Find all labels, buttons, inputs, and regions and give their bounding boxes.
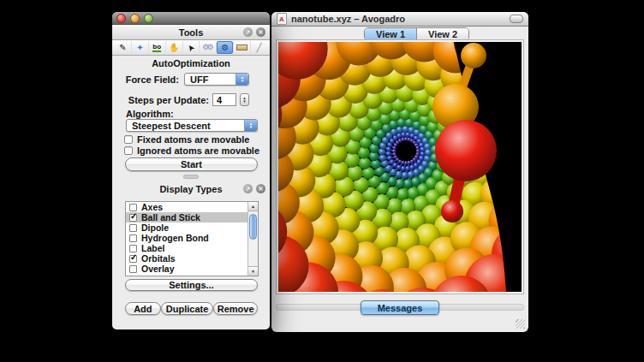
force-field-label: Force Field: (126, 74, 179, 85)
tools-window: Tools ↗ ✕ ✎✦bo✋➤⚙⚙⚙╱ AutoOptimization Fo… (112, 12, 270, 329)
popup-arrows-icon: ▲▼ (244, 120, 257, 131)
steps-stepper[interactable]: ▲▼ (240, 93, 249, 106)
auto-optimize-tool-icon: ⚙ (221, 44, 229, 52)
scrollbar-thumb[interactable] (249, 214, 257, 240)
force-field-select[interactable]: UFF ▲▼ (184, 73, 249, 86)
toolbar-toggle-button[interactable] (510, 15, 523, 23)
steps-per-update-input[interactable]: 4 (212, 93, 236, 106)
settings-button[interactable]: Settings... (125, 279, 258, 291)
bond-centric-tool[interactable]: bo (148, 41, 165, 54)
display-type-row[interactable]: Label (126, 243, 248, 253)
display-type-row[interactable]: ✓Ball and Stick (126, 212, 248, 223)
z-matrix-tool[interactable]: ╱ (250, 41, 267, 54)
resize-grip-icon[interactable] (516, 319, 525, 329)
display-type-checkbox[interactable] (129, 234, 137, 242)
float-panel-icon[interactable]: ↗ (243, 27, 253, 37)
navigate-tool-icon: ✦ (136, 44, 143, 52)
display-type-label: Axes (141, 202, 163, 212)
display-type-checkbox[interactable] (129, 204, 137, 211)
window-title: nanotube.xyz – Avogadro (291, 14, 405, 24)
close-panel-icon[interactable]: ✕ (256, 27, 265, 37)
display-types-header: Display Types ↗ ✕ (112, 182, 270, 196)
force-field-value: UFF (190, 74, 208, 85)
view-tabs: View 1View 2 (364, 27, 469, 41)
scrollbar[interactable]: ▲ ▼ (247, 202, 258, 276)
display-type-label: Orbitals (141, 253, 176, 264)
close-panel-icon[interactable]: ✕ (256, 184, 265, 193)
fixed-atoms-row: Fixed atoms are movable (112, 134, 270, 145)
float-panel-icon[interactable]: ↗ (243, 184, 253, 193)
algorithm-value: Steepest Descent (132, 121, 211, 131)
display-type-row[interactable]: Axes (126, 202, 248, 212)
add-button[interactable]: Add (125, 302, 161, 315)
display-types-actions: Add Duplicate Remove (125, 302, 258, 315)
popup-arrows-icon: ▲▼ (236, 74, 248, 85)
tab-view-2[interactable]: View 2 (416, 28, 468, 40)
algorithm-select[interactable]: Steepest Descent ▲▼ (126, 119, 258, 132)
bond-centric-tool-icon: bo (152, 44, 161, 52)
gl-viewport[interactable] (277, 40, 523, 294)
ignored-atoms-row: Ignored atoms are movable (112, 145, 270, 156)
fixed-atoms-checkbox[interactable] (124, 135, 133, 144)
measure-tool-icon (236, 45, 247, 50)
start-button[interactable]: Start (125, 157, 258, 171)
draw-tool-icon: ✎ (119, 44, 126, 52)
display-type-label: Ball and Stick (141, 212, 200, 223)
draw-tool[interactable]: ✎ (115, 41, 131, 54)
messages-button[interactable]: Messages (361, 300, 439, 315)
display-type-checkbox[interactable] (129, 224, 137, 232)
display-type-label: Overlay (141, 264, 175, 274)
selection-tool[interactable]: ➤ (182, 41, 200, 54)
zoom-button[interactable] (144, 14, 153, 23)
selection-tool-icon: ➤ (186, 42, 197, 53)
remove-button[interactable]: Remove (213, 302, 258, 315)
tools-toolbar: ✎✦bo✋➤⚙⚙⚙╱ (112, 40, 270, 56)
scroll-down-icon[interactable]: ▼ (248, 266, 258, 276)
ignored-atoms-label: Ignored atoms are movable (137, 145, 259, 156)
display-type-checkbox[interactable]: ✓ (129, 214, 137, 222)
scroll-up-icon[interactable]: ▲ (248, 202, 258, 211)
main-titlebar[interactable]: A nanotube.xyz – Avogadro (271, 12, 528, 27)
molecule-render (278, 42, 522, 292)
display-type-checkbox[interactable] (129, 245, 137, 252)
display-type-row[interactable]: Hydrogen Bond (126, 233, 248, 243)
display-types-list: Axes✓Ball and StickDipoleHydrogen BondLa… (125, 201, 259, 276)
tools-titlebar[interactable] (112, 12, 270, 25)
view-tabbar: View 1View 2 (271, 27, 528, 40)
close-button[interactable] (116, 14, 126, 23)
display-type-label: Label (141, 243, 164, 253)
z-matrix-tool-icon: ╱ (257, 44, 262, 52)
document-proxy-icon: A (277, 13, 287, 25)
autoopt-section: AutoOptimization Force Field: UFF ▲▼ Ste… (112, 58, 270, 171)
display-type-label: Hydrogen Bond (141, 233, 209, 243)
manipulate-tool[interactable]: ✋ (165, 41, 182, 54)
display-type-row[interactable]: Overlay (126, 264, 248, 274)
ignored-atoms-checkbox[interactable] (124, 146, 133, 155)
duplicate-button[interactable]: Duplicate (161, 302, 214, 315)
display-type-row[interactable]: Dipole (126, 223, 248, 233)
tools-panel-title: Tools (179, 27, 204, 38)
panel-splitter[interactable] (112, 171, 270, 182)
steps-per-update-label: Steps per Update: (128, 95, 209, 105)
auto-rotate-tool-icon: ⚙⚙ (202, 44, 213, 51)
navigate-tool[interactable]: ✦ (131, 41, 148, 54)
display-type-row[interactable]: ✓Orbitals (126, 253, 248, 264)
auto-optimize-tool[interactable]: ⚙ (216, 41, 233, 54)
manipulate-tool-icon: ✋ (169, 44, 179, 52)
measure-tool[interactable] (233, 41, 250, 54)
display-type-checkbox[interactable]: ✓ (129, 255, 137, 263)
display-type-label: Dipole (141, 223, 169, 233)
algorithm-label: Algorithm: (112, 109, 270, 119)
tools-panel-header: Tools ↗ ✕ (112, 25, 270, 40)
main-window: A nanotube.xyz – Avogadro View 1View 2 M… (271, 12, 528, 332)
tab-view-1[interactable]: View 1 (365, 28, 416, 40)
display-type-checkbox[interactable] (129, 265, 137, 273)
auto-rotate-tool[interactable]: ⚙⚙ (199, 41, 216, 54)
minimize-button[interactable] (130, 14, 140, 23)
display-types-title: Display Types (159, 184, 222, 194)
autoopt-title: AutoOptimization (112, 58, 270, 69)
fixed-atoms-label: Fixed atoms are movable (137, 134, 249, 145)
